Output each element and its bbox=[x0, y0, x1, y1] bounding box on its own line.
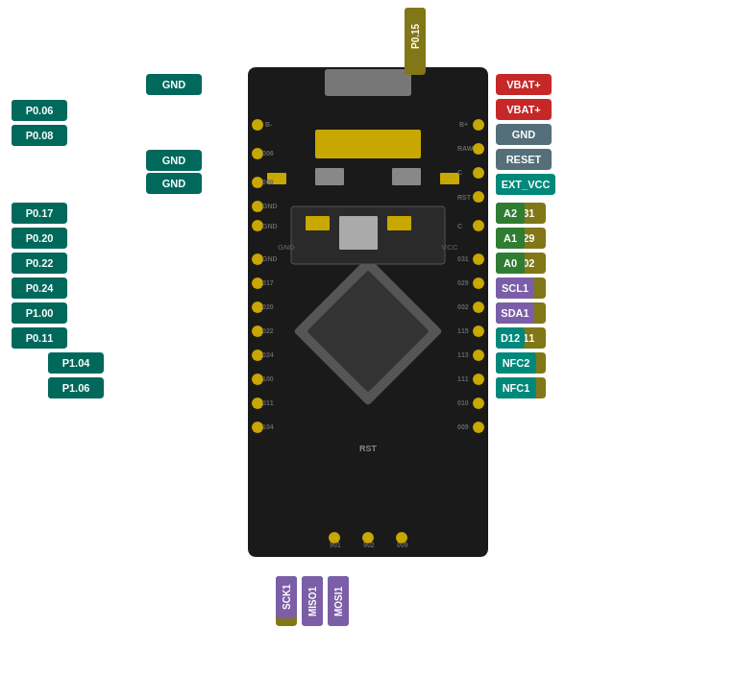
svg-text:GND: GND bbox=[262, 255, 278, 262]
svg-text:022: 022 bbox=[262, 327, 274, 334]
svg-point-18 bbox=[473, 220, 484, 231]
svg-text:B+: B+ bbox=[459, 121, 468, 128]
svg-rect-31 bbox=[325, 69, 411, 96]
svg-text:100: 100 bbox=[262, 375, 274, 382]
svg-text:RAW: RAW bbox=[457, 145, 474, 152]
svg-text:010: 010 bbox=[457, 399, 469, 406]
svg-point-14 bbox=[473, 119, 484, 131]
svg-text:902: 902 bbox=[363, 542, 375, 548]
svg-text:GND: GND bbox=[278, 243, 295, 252]
svg-text:115: 115 bbox=[457, 327, 469, 334]
svg-text:017: 017 bbox=[262, 279, 274, 286]
svg-rect-41 bbox=[339, 216, 378, 250]
svg-rect-32 bbox=[315, 130, 421, 158]
svg-point-1 bbox=[252, 119, 263, 131]
svg-point-24 bbox=[473, 374, 484, 385]
svg-text:104: 104 bbox=[262, 423, 274, 430]
svg-point-21 bbox=[473, 302, 484, 313]
svg-point-23 bbox=[473, 350, 484, 361]
svg-rect-42 bbox=[387, 216, 411, 230]
p0-15-text: P0.15 bbox=[405, 8, 426, 65]
svg-text:C: C bbox=[457, 169, 462, 176]
svg-text:901: 901 bbox=[330, 542, 341, 548]
svg-text:029: 029 bbox=[457, 279, 469, 286]
svg-rect-40 bbox=[306, 216, 330, 230]
svg-text:008: 008 bbox=[262, 179, 274, 185]
svg-text:031: 031 bbox=[457, 255, 469, 262]
svg-text:RST: RST bbox=[457, 194, 472, 201]
svg-text:C: C bbox=[457, 223, 462, 229]
svg-rect-34 bbox=[440, 173, 459, 184]
svg-text:RST: RST bbox=[359, 444, 378, 453]
svg-text:009: 009 bbox=[457, 423, 469, 430]
svg-point-26 bbox=[473, 422, 484, 433]
svg-point-16 bbox=[473, 167, 484, 179]
svg-text:024: 024 bbox=[262, 351, 274, 358]
svg-point-17 bbox=[473, 191, 484, 203]
svg-point-25 bbox=[473, 398, 484, 409]
pinout-diagram: RST GND VCC B- 006 008 GND GND GND 017 0… bbox=[0, 0, 737, 700]
svg-point-20 bbox=[473, 278, 484, 289]
svg-text:111: 111 bbox=[457, 375, 469, 382]
svg-point-22 bbox=[473, 326, 484, 337]
svg-text:006: 006 bbox=[262, 150, 274, 157]
svg-rect-35 bbox=[315, 168, 344, 185]
svg-text:011: 011 bbox=[262, 399, 274, 406]
board: RST GND VCC B- 006 008 GND GND GND 017 0… bbox=[238, 58, 498, 567]
svg-text:009: 009 bbox=[397, 542, 408, 548]
svg-text:GND: GND bbox=[262, 223, 278, 229]
svg-text:GND: GND bbox=[262, 203, 278, 209]
svg-point-19 bbox=[473, 253, 484, 265]
svg-text:002: 002 bbox=[457, 303, 469, 310]
svg-text:VCC: VCC bbox=[442, 243, 458, 252]
svg-point-15 bbox=[473, 143, 484, 155]
svg-text:113: 113 bbox=[457, 351, 469, 358]
svg-text:B-: B- bbox=[265, 121, 273, 128]
svg-text:020: 020 bbox=[262, 303, 274, 310]
svg-rect-36 bbox=[392, 168, 421, 185]
